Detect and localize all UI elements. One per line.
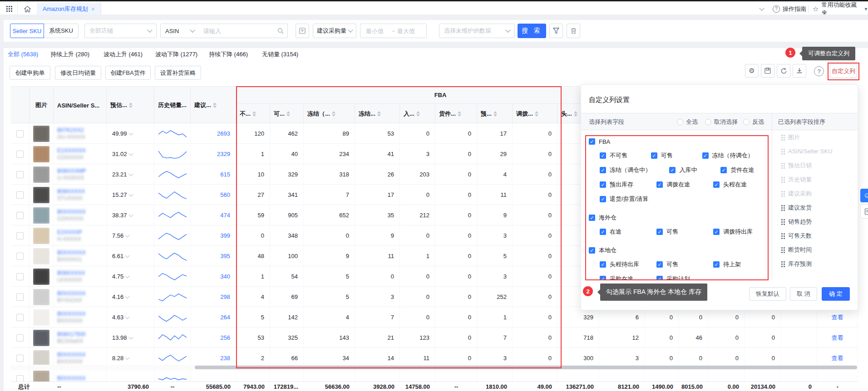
field-checkbox[interactable]: ✓调拨待出库 — [713, 225, 770, 239]
row-checkbox[interactable] — [16, 314, 24, 321]
row-checkbox[interactable] — [16, 151, 24, 158]
drag-handle-icon[interactable] — [781, 205, 783, 206]
collapse-chevron-icon[interactable] — [760, 3, 764, 15]
checked-checkbox-icon[interactable]: ✓ — [600, 276, 606, 280]
select-all-radio[interactable]: 全选 — [677, 118, 698, 126]
checked-checkbox-icon[interactable]: ✓ — [656, 261, 663, 268]
price-expand-icon[interactable] — [128, 151, 133, 156]
row-checkbox[interactable] — [16, 375, 24, 382]
price-expand-icon[interactable] — [125, 253, 130, 258]
customize-columns-button[interactable]: 自定义列 — [830, 64, 857, 78]
sort-icons[interactable] — [493, 111, 497, 117]
checked-checkbox-icon[interactable]: ✓ — [713, 229, 720, 235]
drag-handle-icon[interactable] — [781, 247, 783, 249]
tab-1[interactable]: 持续上升 (280) — [50, 50, 89, 59]
checked-checkbox-icon[interactable]: ✓ — [600, 181, 606, 188]
invert-select-radio[interactable]: 反选 — [743, 118, 764, 126]
metric-select[interactable]: 建议采购量 — [313, 24, 356, 38]
sorted-field-5[interactable]: 建议发货 — [781, 200, 854, 215]
suggest-link[interactable]: 399 — [220, 232, 230, 239]
tab-0[interactable]: 全部 (5638) — [8, 50, 38, 59]
field-checkbox[interactable]: ✓待上架 — [713, 257, 770, 272]
shop-select[interactable]: 全部店铺 — [84, 24, 157, 38]
field-checkbox[interactable]: ✓货件在途 — [720, 163, 772, 177]
price-expand-icon[interactable] — [128, 212, 133, 217]
row-checkbox[interactable] — [16, 273, 24, 280]
checked-checkbox-icon[interactable]: ✓ — [656, 181, 663, 188]
feedback-floater[interactable] — [860, 204, 868, 219]
view-link[interactable]: 查看 — [832, 334, 843, 342]
checked-checkbox-icon[interactable]: ✓ — [713, 181, 720, 188]
clear-filters-button[interactable] — [567, 24, 580, 38]
favorites-menu[interactable]: ☆ 常用功能收藏夹 ▼ — [813, 3, 868, 15]
row-checkbox[interactable] — [16, 293, 24, 301]
confirm-button[interactable]: 确 定 — [822, 287, 850, 301]
horizontal-scrollbar-thumb[interactable] — [195, 366, 857, 369]
field-checkbox[interactable]: ✓采购计划 — [656, 272, 713, 280]
asin-link[interactable]: B0XXXXXX — [57, 290, 86, 297]
suggest-link[interactable]: 474 — [220, 212, 230, 219]
batch-search-button[interactable] — [296, 24, 309, 38]
drag-handle-icon[interactable] — [781, 261, 783, 263]
system-sku-toggle[interactable]: 系统SKU — [44, 24, 79, 38]
suggest-link[interactable]: 2329 — [217, 151, 230, 157]
price-expand-icon[interactable] — [125, 294, 130, 298]
suggest-link[interactable]: 298 — [220, 293, 230, 300]
asin-link[interactable]: B0XXXXXX — [57, 311, 86, 318]
checked-checkbox-icon[interactable]: ✓ — [600, 261, 606, 268]
seller-sku-toggle[interactable]: Seller SKU — [10, 24, 44, 38]
sort-icons[interactable] — [252, 111, 256, 117]
asin-link[interactable]: E1XXXXXX — [57, 147, 86, 154]
row-checkbox[interactable] — [16, 130, 24, 137]
drag-handle-icon[interactable] — [781, 219, 783, 220]
row-checkbox[interactable] — [16, 191, 24, 199]
row-checkbox[interactable] — [16, 232, 24, 239]
checked-checkbox-icon[interactable]: ✓ — [656, 276, 663, 280]
drag-handle-icon[interactable] — [781, 233, 783, 235]
asin-link[interactable]: B07K2XX2 — [57, 127, 85, 134]
checked-checkbox-icon[interactable]: ✓ — [600, 152, 606, 159]
asin-link[interactable]: B0XXXXXX — [57, 249, 86, 256]
action-button-3[interactable]: 设置补货策略 — [155, 66, 201, 80]
field-checkbox[interactable]: ✓可售 — [651, 148, 702, 163]
sort-icons[interactable] — [574, 111, 577, 117]
group-checkbox-1[interactable]: ✓海外仓 — [589, 211, 772, 225]
tab-3[interactable]: 波动下降 (1277) — [155, 50, 197, 59]
action-button-1[interactable]: 修改日均销量 — [55, 66, 101, 80]
export-button[interactable] — [793, 64, 806, 78]
sort-icons[interactable] — [213, 103, 217, 108]
sort-icons[interactable] — [458, 111, 461, 117]
checked-checkbox-icon[interactable]: ✓ — [589, 215, 595, 221]
help-icon[interactable]: ? — [814, 66, 824, 76]
suggest-link[interactable]: 340 — [220, 273, 230, 280]
view-link[interactable]: 查看 — [832, 354, 843, 362]
field-checkbox[interactable]: ✓预出库存 — [600, 177, 656, 192]
row-checkbox[interactable] — [16, 212, 24, 219]
save-view-button[interactable] — [761, 64, 774, 78]
sort-icons[interactable] — [416, 111, 420, 117]
checked-checkbox-icon[interactable]: ✓ — [656, 229, 663, 235]
checked-checkbox-icon[interactable]: ✓ — [600, 229, 606, 235]
asin-link[interactable]: B08XXXMP — [57, 168, 86, 175]
field-checkbox[interactable]: ✓冻结（调仓中） — [600, 163, 669, 177]
suggest-link[interactable]: 615 — [220, 171, 230, 178]
table-settings-button[interactable]: ⚙ — [745, 64, 759, 78]
operation-guide-link[interactable]: ? 操作指南 — [773, 3, 806, 15]
sort-icons[interactable] — [377, 111, 381, 117]
asin-link[interactable]: B0XXXXXX — [57, 352, 86, 358]
field-checkbox[interactable]: ✓调拨在途 — [656, 177, 713, 192]
field-checkbox[interactable]: ✓头程在途 — [713, 177, 770, 192]
action-button-0[interactable]: 创建申购单 — [10, 66, 50, 80]
asin-link[interactable]: B08X17500 — [57, 331, 86, 338]
sorted-field-9[interactable]: 库存预测 — [781, 257, 854, 271]
tab-2[interactable]: 波动上升 (461) — [104, 50, 143, 59]
price-expand-icon[interactable] — [128, 171, 133, 176]
suggest-link[interactable]: 560 — [220, 191, 230, 198]
checked-checkbox-icon[interactable]: ✓ — [720, 167, 727, 173]
price-expand-icon[interactable] — [125, 274, 130, 278]
suggest-link[interactable]: 238 — [220, 355, 230, 362]
refresh-button[interactable] — [777, 64, 790, 78]
sort-icons[interactable] — [129, 103, 133, 108]
close-icon[interactable]: × — [91, 5, 95, 13]
field-checkbox[interactable]: ✓可售 — [656, 257, 713, 272]
